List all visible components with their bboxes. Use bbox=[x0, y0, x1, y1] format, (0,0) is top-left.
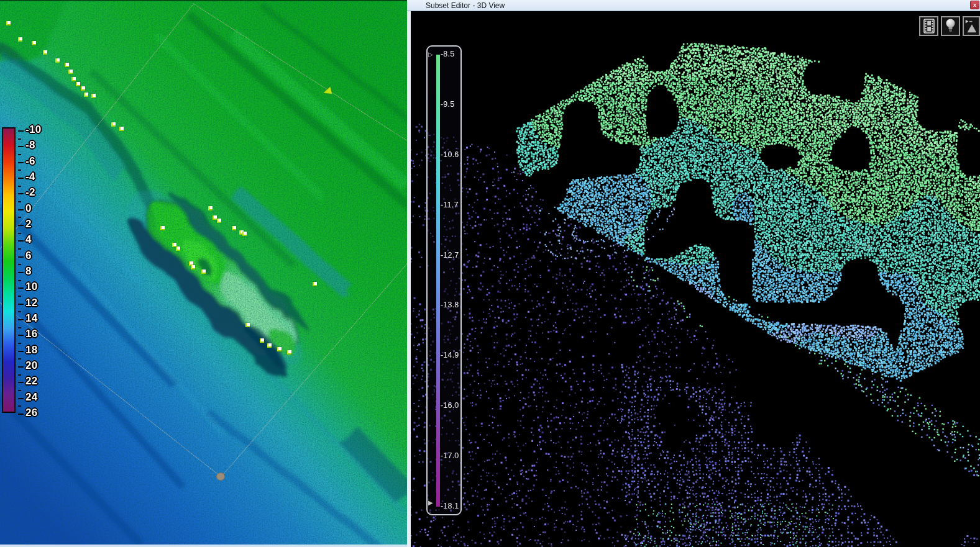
sounding-marker[interactable] bbox=[160, 226, 165, 230]
colorbar-tick bbox=[18, 146, 24, 147]
sounding-marker[interactable] bbox=[76, 82, 80, 86]
colorbar-minor-tick bbox=[18, 327, 21, 328]
sounding-marker[interactable] bbox=[242, 232, 247, 236]
colorbar-3d-label: -18.1 bbox=[441, 502, 459, 510]
colorbar-tick bbox=[18, 162, 24, 163]
sounding-marker[interactable] bbox=[191, 265, 195, 269]
colorbar-tick-label: 4 bbox=[25, 233, 32, 246]
colorbar-tick-label: 24 bbox=[25, 391, 38, 404]
colorbar-tick-label: 12 bbox=[25, 297, 38, 309]
colorbar-minor-tick bbox=[18, 358, 21, 359]
colorbar-tick-label: 18 bbox=[25, 344, 38, 356]
map-top-shade bbox=[0, 0, 407, 1]
colorbar-minor-tick bbox=[18, 405, 21, 407]
colorbar-tick-label: 6 bbox=[25, 250, 32, 262]
depth-colorbar-2d-gradient bbox=[2, 127, 16, 413]
colorbar-tick bbox=[18, 272, 24, 273]
colorbar-minor-tick bbox=[18, 138, 21, 140]
sounding-marker[interactable] bbox=[267, 343, 272, 348]
sounding-marker[interactable] bbox=[68, 70, 73, 74]
colorbar-3d-label: -13.8 bbox=[441, 301, 459, 309]
colorbar-tick-label: 0 bbox=[25, 202, 32, 215]
colorbar-tick bbox=[18, 414, 24, 415]
bulb-icon bbox=[945, 18, 956, 34]
colorbar-tick bbox=[18, 193, 24, 194]
colorbar-minor-tick bbox=[18, 311, 21, 312]
sounding-marker[interactable] bbox=[313, 282, 317, 286]
colorbar-3d-label: -8.5 bbox=[441, 50, 454, 58]
view-3d: ▷ ▶ -8.5-9.5-10.6-11.7-12.7-13.8-14.9-16… bbox=[407, 11, 980, 547]
colorbar-top-pointer[interactable]: ▷ bbox=[428, 52, 433, 58]
subset-editor-window: Subset Editor - 3D View x ▷ ▶ -8.5-9.5-1… bbox=[407, 0, 980, 547]
sounding-marker[interactable] bbox=[260, 338, 264, 343]
exaggeration-button[interactable] bbox=[963, 16, 980, 36]
colorbar-minor-tick bbox=[18, 264, 21, 265]
sounding-marker[interactable] bbox=[208, 206, 213, 210]
sounding-marker[interactable] bbox=[43, 50, 47, 55]
exaggeration-icon bbox=[964, 17, 979, 35]
sounding-marker[interactable] bbox=[91, 94, 96, 98]
lighting-button[interactable] bbox=[941, 16, 960, 36]
sounding-marker[interactable] bbox=[201, 269, 206, 274]
window-titlebar[interactable]: Subset Editor - 3D View x bbox=[407, 0, 980, 11]
colorbar-tick-label: -4 bbox=[25, 171, 35, 183]
colorbar-3d-label: -11.7 bbox=[441, 201, 459, 209]
map-bottom-edge bbox=[0, 545, 407, 547]
sounding-marker[interactable] bbox=[245, 323, 250, 327]
colorbar-minor-tick bbox=[18, 154, 21, 155]
colorbar-3d-label: -14.9 bbox=[441, 351, 459, 359]
colorbar-minor-tick bbox=[18, 296, 21, 297]
colorbar-tick-label: 20 bbox=[25, 359, 38, 372]
animation-button[interactable] bbox=[919, 16, 938, 36]
colorbar-minor-tick bbox=[18, 201, 21, 202]
subset-drag-handle[interactable] bbox=[216, 472, 225, 481]
sounding-marker[interactable] bbox=[111, 122, 116, 127]
colorbar-3d-label: -9.5 bbox=[441, 100, 454, 109]
sounding-marker[interactable] bbox=[119, 127, 124, 131]
sounding-marker[interactable] bbox=[55, 58, 60, 63]
depth-colorbar-3d-gradient bbox=[436, 55, 440, 507]
colorbar-tick-label: -2 bbox=[25, 186, 35, 199]
sounding-marker[interactable] bbox=[65, 63, 69, 67]
colorbar-tick-label: 10 bbox=[25, 281, 38, 293]
colorbar-tick bbox=[18, 351, 24, 352]
bathymetry-map-view[interactable]: -10-8-6-4-202468101214161820222426 bbox=[0, 0, 407, 547]
colorbar-minor-tick bbox=[18, 233, 21, 234]
colorbar-bottom-pointer[interactable]: ▶ bbox=[428, 500, 433, 506]
colorbar-tick bbox=[18, 240, 24, 242]
sounding-marker[interactable] bbox=[213, 215, 217, 220]
colorbar-tick bbox=[18, 319, 24, 320]
colorbar-tick-label: 8 bbox=[25, 265, 32, 278]
sounding-marker[interactable] bbox=[71, 77, 76, 81]
colorbar-tick-label: -8 bbox=[25, 139, 35, 151]
colorbar-3d-label: -16.0 bbox=[441, 401, 459, 410]
sounding-marker[interactable] bbox=[176, 246, 180, 251]
colorbar-tick bbox=[18, 382, 24, 383]
colorbar-3d-label: -12.7 bbox=[441, 251, 459, 260]
colorbar-minor-tick bbox=[18, 390, 21, 391]
close-button[interactable]: x bbox=[970, 1, 979, 9]
sounding-marker[interactable] bbox=[32, 41, 36, 45]
colorbar-tick-label: -6 bbox=[25, 155, 35, 168]
colorbar-minor-tick bbox=[18, 248, 21, 250]
point-cloud-3d[interactable] bbox=[411, 11, 980, 547]
colorbar-tick-label: 2 bbox=[25, 218, 32, 230]
colorbar-minor-tick bbox=[18, 217, 21, 218]
colorbar-tick bbox=[18, 256, 24, 258]
colorbar-tick bbox=[18, 209, 24, 210]
sounding-marker[interactable] bbox=[217, 219, 221, 223]
colorbar-tick bbox=[18, 130, 24, 132]
sounding-marker[interactable] bbox=[18, 37, 22, 42]
colorbar-tick bbox=[18, 366, 24, 368]
colorbar-tick bbox=[18, 304, 24, 305]
depth-colorbar-2d: -10-8-6-4-202468101214161820222426 bbox=[2, 127, 58, 424]
sounding-marker[interactable] bbox=[81, 86, 85, 91]
colorbar-tick bbox=[18, 335, 24, 336]
sounding-marker[interactable] bbox=[84, 93, 88, 97]
colorbar-minor-tick bbox=[18, 170, 21, 171]
sounding-marker[interactable] bbox=[6, 21, 11, 25]
sounding-marker[interactable] bbox=[277, 347, 282, 351]
sounding-marker[interactable] bbox=[232, 226, 236, 230]
colorbar-tick bbox=[18, 225, 24, 226]
sounding-marker[interactable] bbox=[287, 350, 291, 355]
